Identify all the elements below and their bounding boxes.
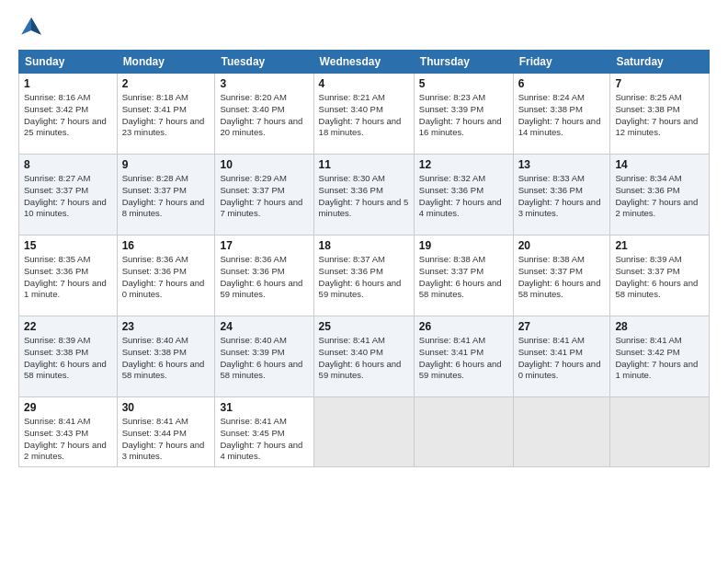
day-info: Sunrise: 8:40 AM Sunset: 3:39 PM Dayligh… <box>220 335 308 382</box>
day-info: Sunrise: 8:39 AM Sunset: 3:38 PM Dayligh… <box>24 335 112 382</box>
daylight-label: Daylight: 6 hours and 58 minutes. <box>122 359 205 381</box>
sunrise-label: Sunrise: 8:18 AM <box>122 92 188 102</box>
table-cell <box>414 397 513 467</box>
sunset-label: Sunset: 3:38 PM <box>615 104 679 114</box>
sunset-label: Sunset: 3:37 PM <box>518 266 583 276</box>
sunrise-label: Sunrise: 8:41 AM <box>419 335 485 345</box>
daylight-label: Daylight: 7 hours and 3 minutes. <box>518 197 601 219</box>
table-cell: 17 Sunrise: 8:36 AM Sunset: 3:36 PM Dayl… <box>215 236 313 316</box>
day-number: 26 <box>419 320 508 333</box>
sunrise-label: Sunrise: 8:24 AM <box>518 92 585 102</box>
sunrise-label: Sunrise: 8:38 AM <box>518 254 585 264</box>
daylight-label: Daylight: 6 hours and 59 minutes. <box>319 359 402 381</box>
sunset-label: Sunset: 3:43 PM <box>24 428 88 438</box>
daylight-label: Daylight: 7 hours and 8 minutes. <box>122 197 205 219</box>
day-number: 8 <box>24 158 112 171</box>
day-number: 3 <box>220 77 308 90</box>
col-wednesday: Wednesday <box>313 51 414 74</box>
col-monday: Monday <box>117 51 215 74</box>
sunrise-label: Sunrise: 8:41 AM <box>518 335 585 345</box>
day-number: 5 <box>419 77 508 90</box>
day-info: Sunrise: 8:38 AM Sunset: 3:37 PM Dayligh… <box>518 254 606 301</box>
sunrise-label: Sunrise: 8:40 AM <box>220 335 286 345</box>
calendar-table: Sunday Monday Tuesday Wednesday Thursday… <box>18 50 710 467</box>
table-cell: 16 Sunrise: 8:36 AM Sunset: 3:36 PM Dayl… <box>117 236 215 316</box>
calendar-header-row: Sunday Monday Tuesday Wednesday Thursday… <box>19 51 710 74</box>
day-number: 18 <box>319 239 409 252</box>
day-number: 2 <box>122 77 210 90</box>
table-cell: 9 Sunrise: 8:28 AM Sunset: 3:37 PM Dayli… <box>117 155 215 236</box>
daylight-label: Daylight: 6 hours and 58 minutes. <box>220 359 302 381</box>
table-cell: 11 Sunrise: 8:30 AM Sunset: 3:36 PM Dayl… <box>313 155 414 236</box>
sunset-label: Sunset: 3:37 PM <box>24 185 88 195</box>
col-saturday: Saturday <box>610 51 710 74</box>
sunrise-label: Sunrise: 8:27 AM <box>24 173 90 183</box>
day-info: Sunrise: 8:41 AM Sunset: 3:43 PM Dayligh… <box>24 416 112 463</box>
daylight-label: Daylight: 7 hours and 4 minutes. <box>419 197 502 219</box>
day-info: Sunrise: 8:36 AM Sunset: 3:36 PM Dayligh… <box>122 254 210 301</box>
daylight-label: Daylight: 7 hours and 5 minutes. <box>319 197 409 219</box>
day-number: 4 <box>319 77 409 90</box>
sunrise-label: Sunrise: 8:40 AM <box>122 335 188 345</box>
table-cell: 7 Sunrise: 8:25 AM Sunset: 3:38 PM Dayli… <box>610 74 710 155</box>
day-number: 29 <box>24 401 112 414</box>
sunset-label: Sunset: 3:45 PM <box>220 428 284 438</box>
daylight-label: Daylight: 7 hours and 25 minutes. <box>24 116 107 138</box>
day-number: 23 <box>122 320 210 333</box>
table-cell: 5 Sunrise: 8:23 AM Sunset: 3:39 PM Dayli… <box>414 74 513 155</box>
day-info: Sunrise: 8:41 AM Sunset: 3:41 PM Dayligh… <box>518 335 606 382</box>
day-info: Sunrise: 8:28 AM Sunset: 3:37 PM Dayligh… <box>122 173 210 220</box>
daylight-label: Daylight: 7 hours and 23 minutes. <box>122 116 205 138</box>
table-cell: 25 Sunrise: 8:41 AM Sunset: 3:40 PM Dayl… <box>313 316 414 397</box>
day-number: 9 <box>122 158 210 171</box>
day-number: 1 <box>24 77 112 90</box>
day-info: Sunrise: 8:16 AM Sunset: 3:42 PM Dayligh… <box>24 92 112 139</box>
table-cell: 26 Sunrise: 8:41 AM Sunset: 3:41 PM Dayl… <box>414 316 513 397</box>
day-number: 25 <box>319 320 409 333</box>
table-cell: 15 Sunrise: 8:35 AM Sunset: 3:36 PM Dayl… <box>19 236 118 316</box>
sunset-label: Sunset: 3:42 PM <box>24 104 88 114</box>
day-info: Sunrise: 8:36 AM Sunset: 3:36 PM Dayligh… <box>220 254 308 301</box>
day-info: Sunrise: 8:32 AM Sunset: 3:36 PM Dayligh… <box>419 173 508 220</box>
header <box>18 15 710 40</box>
sunrise-label: Sunrise: 8:34 AM <box>615 173 681 183</box>
col-tuesday: Tuesday <box>215 51 313 74</box>
table-cell: 8 Sunrise: 8:27 AM Sunset: 3:37 PM Dayli… <box>19 155 118 236</box>
daylight-label: Daylight: 7 hours and 3 minutes. <box>122 440 205 462</box>
day-info: Sunrise: 8:34 AM Sunset: 3:36 PM Dayligh… <box>615 173 704 220</box>
day-number: 12 <box>419 158 508 171</box>
day-info: Sunrise: 8:41 AM Sunset: 3:42 PM Dayligh… <box>615 335 704 382</box>
daylight-label: Daylight: 7 hours and 10 minutes. <box>24 197 107 219</box>
sunset-label: Sunset: 3:36 PM <box>319 185 383 195</box>
table-cell: 4 Sunrise: 8:21 AM Sunset: 3:40 PM Dayli… <box>313 74 414 155</box>
sunrise-label: Sunrise: 8:38 AM <box>419 254 485 264</box>
logo <box>18 15 48 40</box>
day-info: Sunrise: 8:41 AM Sunset: 3:44 PM Dayligh… <box>122 416 210 463</box>
table-cell: 18 Sunrise: 8:37 AM Sunset: 3:36 PM Dayl… <box>313 236 414 316</box>
sunrise-label: Sunrise: 8:36 AM <box>122 254 188 264</box>
day-number: 22 <box>24 320 112 333</box>
day-number: 30 <box>122 401 210 414</box>
table-cell: 27 Sunrise: 8:41 AM Sunset: 3:41 PM Dayl… <box>513 316 610 397</box>
table-cell: 20 Sunrise: 8:38 AM Sunset: 3:37 PM Dayl… <box>513 236 610 316</box>
day-number: 14 <box>615 158 704 171</box>
daylight-label: Daylight: 6 hours and 59 minutes. <box>419 359 502 381</box>
daylight-label: Daylight: 6 hours and 59 minutes. <box>319 278 402 300</box>
day-info: Sunrise: 8:35 AM Sunset: 3:36 PM Dayligh… <box>24 254 112 301</box>
sunset-label: Sunset: 3:41 PM <box>518 347 583 357</box>
day-number: 10 <box>220 158 308 171</box>
sunset-label: Sunset: 3:38 PM <box>122 347 187 357</box>
sunrise-label: Sunrise: 8:35 AM <box>24 254 90 264</box>
day-number: 21 <box>615 239 704 252</box>
table-cell: 23 Sunrise: 8:40 AM Sunset: 3:38 PM Dayl… <box>117 316 215 397</box>
day-number: 19 <box>419 239 508 252</box>
sunset-label: Sunset: 3:36 PM <box>122 266 187 276</box>
daylight-label: Daylight: 7 hours and 14 minutes. <box>518 116 601 138</box>
sunrise-label: Sunrise: 8:41 AM <box>615 335 681 345</box>
day-number: 20 <box>518 239 606 252</box>
table-cell: 31 Sunrise: 8:41 AM Sunset: 3:45 PM Dayl… <box>215 397 313 467</box>
day-number: 7 <box>615 77 704 90</box>
sunrise-label: Sunrise: 8:36 AM <box>220 254 286 264</box>
table-cell <box>313 397 414 467</box>
sunrise-label: Sunrise: 8:23 AM <box>419 92 485 102</box>
